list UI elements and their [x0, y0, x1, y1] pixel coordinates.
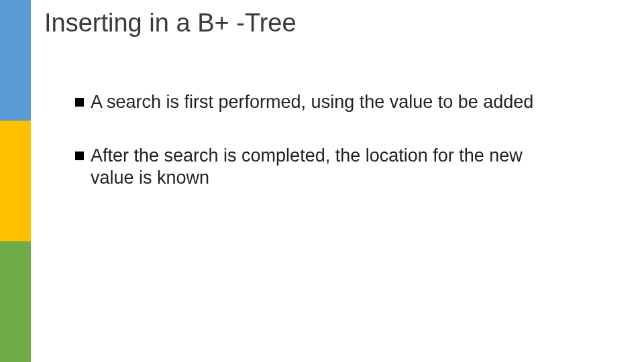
slide: Inserting in a B+ -Tree A search is firs…	[0, 0, 644, 362]
sidebar-segment-green	[0, 241, 31, 362]
page-title: Inserting in a B+ -Tree	[44, 9, 631, 38]
sidebar	[0, 0, 31, 362]
bullet-icon	[75, 152, 84, 160]
bullet-icon	[75, 98, 84, 107]
list-item: After the search is completed, the locat…	[75, 145, 558, 190]
sidebar-segment-yellow	[0, 121, 31, 241]
list-item: A search is first performed, using the v…	[75, 91, 558, 114]
bullet-list: A search is first performed, using the v…	[75, 91, 558, 190]
content: Inserting in a B+ -Tree A search is firs…	[44, 9, 631, 221]
list-item-text: After the search is completed, the locat…	[91, 145, 558, 190]
list-item-text: A search is first performed, using the v…	[91, 91, 558, 114]
sidebar-segment-blue	[0, 0, 31, 121]
